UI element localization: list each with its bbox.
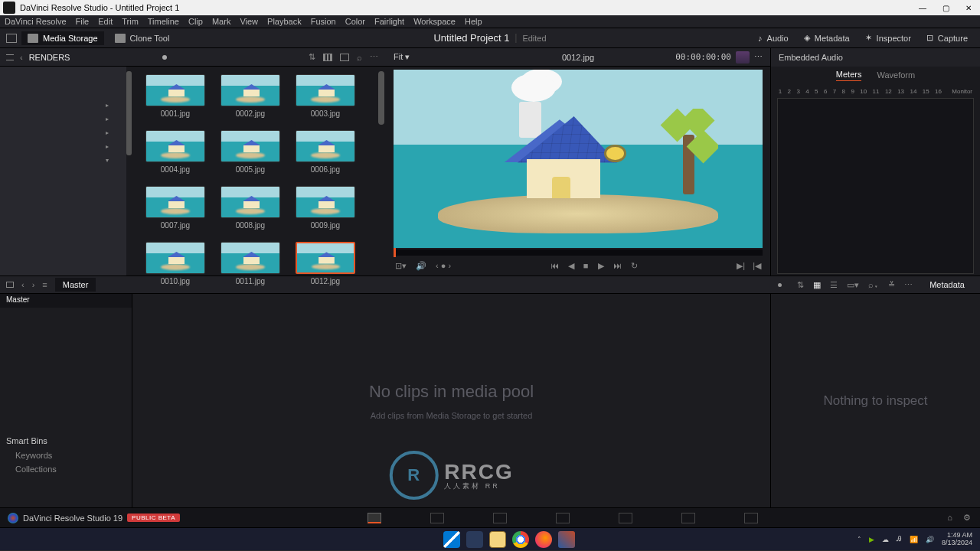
firefox-icon[interactable] xyxy=(535,531,552,548)
thumbnail-view-icon[interactable] xyxy=(323,54,332,61)
media-pool[interactable]: No clips in media pool Add clips from Me… xyxy=(132,294,770,507)
audio-panel-button[interactable]: ♪Audio xyxy=(752,31,795,45)
viewer-options-icon[interactable]: ⋯ xyxy=(754,52,763,62)
menu-workspace[interactable]: Workspace xyxy=(413,17,456,26)
volume-icon[interactable]: 🔊 xyxy=(416,261,426,271)
thumbnail-item[interactable]: 0004.jpg xyxy=(145,130,205,174)
jog-back-icon[interactable]: ‹ ● › xyxy=(436,261,451,271)
back-icon[interactable]: ‹ xyxy=(21,280,24,289)
thumbnail-item[interactable]: 0006.jpg xyxy=(296,130,355,174)
menu-timeline[interactable]: Timeline xyxy=(148,17,179,26)
tree-item[interactable]: ▸_ENGLISH xyxy=(97,186,116,200)
tree-item[interactable]: ▸Creative Cloud Files makes… xyxy=(95,126,116,139)
chrome-icon[interactable] xyxy=(512,531,529,548)
clone-tool-button[interactable]: Clone Tool xyxy=(109,31,176,45)
thumbnail-item[interactable]: 0005.jpg xyxy=(220,130,280,174)
thumbnail-item[interactable]: 0003.jpg xyxy=(296,74,355,118)
stop-button[interactable]: ■ xyxy=(583,261,589,271)
menu-edit[interactable]: Edit xyxy=(98,17,113,26)
page-color[interactable] xyxy=(619,513,632,523)
panel-toggle-icon[interactable] xyxy=(6,34,17,43)
panel-menu-icon[interactable] xyxy=(6,54,14,60)
grid-view-icon[interactable]: ▦ xyxy=(813,280,821,290)
options-icon[interactable]: ⋯ xyxy=(370,52,378,62)
task-view-icon[interactable] xyxy=(466,531,483,548)
tab-meters[interactable]: Meters xyxy=(836,70,862,81)
thumbnail-item[interactable]: 0011.jpg xyxy=(220,242,280,285)
file-explorer-icon[interactable] xyxy=(489,531,506,548)
pool-options-icon[interactable]: ⋯ xyxy=(904,280,913,290)
menu-mark[interactable]: Mark xyxy=(212,17,230,26)
sort-pool-icon[interactable]: ⇅ xyxy=(797,280,804,290)
maximize-button[interactable]: ▢ xyxy=(934,0,957,15)
tray-volume-icon[interactable]: 🔊 xyxy=(926,536,934,543)
zoom-fit-dropdown[interactable]: Fit ▾ xyxy=(394,52,410,62)
tab-waveform[interactable]: Waveform xyxy=(877,70,915,80)
media-storage-button[interactable]: Media Storage xyxy=(21,31,104,45)
search-icon[interactable]: ⌕ xyxy=(357,53,362,62)
loop-button[interactable]: ↻ xyxy=(631,261,638,271)
tray-lang-icon[interactable]: Ꭿ xyxy=(897,535,902,543)
page-edit[interactable] xyxy=(493,513,507,523)
menu-playback[interactable]: Playback xyxy=(267,17,302,26)
project-settings-button[interactable]: ⚙ xyxy=(963,513,971,523)
menu-view[interactable]: View xyxy=(240,17,258,26)
list-view-icon[interactable] xyxy=(340,54,349,61)
thumb-size-slider[interactable] xyxy=(778,283,782,287)
page-fairlight[interactable] xyxy=(681,513,695,523)
match-frame-icon[interactable]: ⊡▾ xyxy=(395,261,407,271)
first-frame-button[interactable]: ⏮ xyxy=(550,261,559,271)
list-view-pool-icon[interactable]: ☰ xyxy=(830,280,838,290)
master-bin[interactable]: Master xyxy=(0,294,132,308)
sidebar-scrollbar[interactable] xyxy=(126,67,132,276)
inspector-panel-button[interactable]: ✶Inspector xyxy=(859,31,917,45)
sort-icon[interactable]: ⇅ xyxy=(309,52,315,62)
prev-frame-button[interactable]: ◀ xyxy=(568,261,574,271)
tree-item[interactable]: ▾Desktop xyxy=(95,153,116,167)
thumbnail-item[interactable]: 0008.jpg xyxy=(220,186,280,230)
page-cut[interactable] xyxy=(430,513,444,523)
thumbnail-item[interactable]: 0012.jpg xyxy=(296,242,355,285)
menu-color[interactable]: Color xyxy=(345,17,365,26)
metadata-panel-button[interactable]: ◈Metadata xyxy=(798,31,856,45)
filter-icon[interactable]: ≚ xyxy=(888,280,895,290)
capture-panel-button[interactable]: ⊡Capture xyxy=(920,31,974,45)
tree-item[interactable]: ▾BLENDER PROJECT xyxy=(97,200,116,207)
page-deliver[interactable] xyxy=(744,513,758,523)
menu-resolve[interactable]: DaVinci Resolve xyxy=(5,17,67,26)
tree-item[interactable]: ▸_DESKTOP xyxy=(97,172,116,186)
thumbnail-item[interactable]: 0001.jpg xyxy=(145,74,205,118)
viewer-canvas[interactable] xyxy=(394,70,763,248)
viewer-mode-icon[interactable] xyxy=(736,51,750,64)
thumbnail-item[interactable]: 0002.jpg xyxy=(220,74,280,118)
menu-clip[interactable]: Clip xyxy=(188,17,203,26)
menu-trim[interactable]: Trim xyxy=(122,17,139,26)
forward-icon[interactable]: › xyxy=(32,280,35,289)
master-bin-tab[interactable]: Master xyxy=(55,278,96,292)
close-button[interactable]: ✕ xyxy=(957,0,980,15)
page-media[interactable] xyxy=(368,513,381,523)
thumbnail-item[interactable]: 0007.jpg xyxy=(145,186,205,230)
tree-item[interactable]: ▸Contacts xyxy=(95,112,116,126)
menu-fusion[interactable]: Fusion xyxy=(311,17,336,26)
search-pool-icon[interactable]: ⌕▾ xyxy=(868,280,879,289)
last-frame-button[interactable]: ⏭ xyxy=(613,261,622,271)
play-button[interactable]: ▶ xyxy=(598,261,604,271)
page-fusion[interactable] xyxy=(556,513,570,523)
pool-panel-icon[interactable] xyxy=(6,282,14,288)
tree-item[interactable]: ▸Creative Cloud Files Perso… xyxy=(95,139,116,153)
menu-help[interactable]: Help xyxy=(465,17,482,26)
menu-file[interactable]: File xyxy=(76,17,90,26)
thumbs-scrollbar[interactable] xyxy=(378,67,384,276)
viewer-scrubber[interactable] xyxy=(394,249,763,256)
thumbnail-item[interactable]: 0010.jpg xyxy=(145,242,205,285)
back-button[interactable]: ‹ xyxy=(20,53,23,62)
tray-nvidia-icon[interactable]: ▶ xyxy=(869,536,874,543)
mark-in-button[interactable]: ▶| xyxy=(737,261,745,271)
mark-out-button[interactable]: |◀ xyxy=(753,261,761,271)
strip-view-icon[interactable]: ▭▾ xyxy=(847,280,859,290)
thumbnail-item[interactable]: 0009.jpg xyxy=(296,186,355,230)
playhead[interactable] xyxy=(394,248,396,257)
tray-onedrive-icon[interactable]: ☁ xyxy=(882,536,889,543)
minimize-button[interactable]: — xyxy=(911,0,934,15)
